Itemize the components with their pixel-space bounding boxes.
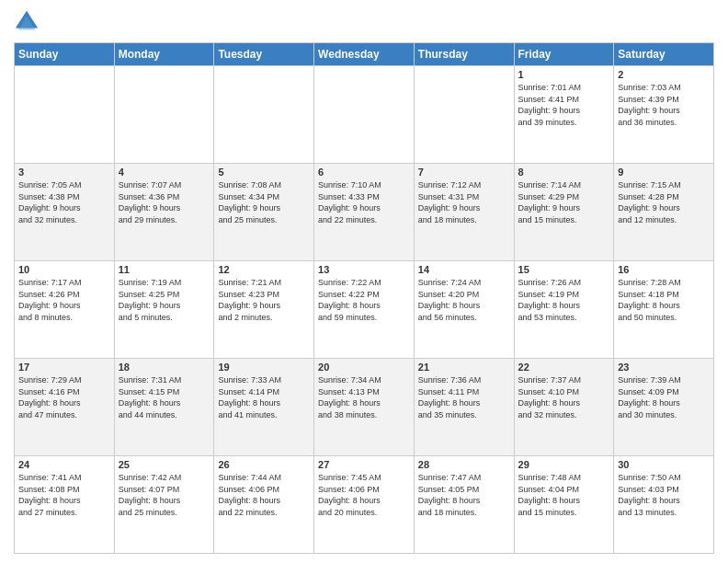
calendar-week-row: 24Sunrise: 7:41 AM Sunset: 4:08 PM Dayli…	[15, 456, 714, 554]
day-info: Sunrise: 7:47 AM Sunset: 4:05 PM Dayligh…	[418, 472, 510, 518]
day-header-wednesday: Wednesday	[314, 43, 415, 66]
day-number: 14	[418, 264, 510, 275]
day-info: Sunrise: 7:31 AM Sunset: 4:15 PM Dayligh…	[119, 374, 210, 420]
day-header-saturday: Saturday	[614, 43, 714, 66]
day-number: 26	[218, 459, 310, 470]
day-number: 6	[318, 167, 410, 178]
calendar-cell: 4Sunrise: 7:07 AM Sunset: 4:36 PM Daylig…	[114, 164, 214, 261]
logo	[14, 9, 43, 35]
day-info: Sunrise: 7:33 AM Sunset: 4:14 PM Dayligh…	[218, 374, 310, 420]
calendar-cell: 22Sunrise: 7:37 AM Sunset: 4:10 PM Dayli…	[514, 359, 614, 456]
day-info: Sunrise: 7:45 AM Sunset: 4:06 PM Dayligh…	[318, 472, 410, 518]
day-number: 24	[18, 459, 110, 470]
day-number: 28	[418, 459, 510, 470]
calendar-week-row: 10Sunrise: 7:17 AM Sunset: 4:26 PM Dayli…	[15, 261, 714, 359]
calendar-cell	[314, 66, 415, 164]
calendar-week-row: 17Sunrise: 7:29 AM Sunset: 4:16 PM Dayli…	[15, 359, 714, 456]
day-number: 25	[119, 459, 210, 470]
day-number: 1	[518, 69, 610, 80]
day-number: 23	[618, 362, 710, 373]
day-info: Sunrise: 7:34 AM Sunset: 4:13 PM Dayligh…	[318, 374, 410, 420]
calendar-cell: 21Sunrise: 7:36 AM Sunset: 4:11 PM Dayli…	[414, 359, 514, 456]
calendar-cell: 3Sunrise: 7:05 AM Sunset: 4:38 PM Daylig…	[15, 164, 115, 261]
calendar-cell: 26Sunrise: 7:44 AM Sunset: 4:06 PM Dayli…	[214, 456, 314, 554]
calendar-cell: 8Sunrise: 7:14 AM Sunset: 4:29 PM Daylig…	[514, 164, 614, 261]
calendar-cell: 11Sunrise: 7:19 AM Sunset: 4:25 PM Dayli…	[114, 261, 214, 359]
day-info: Sunrise: 7:21 AM Sunset: 4:23 PM Dayligh…	[218, 277, 310, 323]
calendar-cell: 23Sunrise: 7:39 AM Sunset: 4:09 PM Dayli…	[614, 359, 714, 456]
calendar-cell: 9Sunrise: 7:15 AM Sunset: 4:28 PM Daylig…	[614, 164, 714, 261]
day-number: 2	[618, 69, 710, 80]
day-info: Sunrise: 7:44 AM Sunset: 4:06 PM Dayligh…	[218, 472, 310, 518]
calendar-week-row: 3Sunrise: 7:05 AM Sunset: 4:38 PM Daylig…	[15, 164, 714, 261]
calendar-cell: 25Sunrise: 7:42 AM Sunset: 4:07 PM Dayli…	[114, 456, 214, 554]
calendar-cell: 27Sunrise: 7:45 AM Sunset: 4:06 PM Dayli…	[314, 456, 415, 554]
calendar-cell: 18Sunrise: 7:31 AM Sunset: 4:15 PM Dayli…	[114, 359, 214, 456]
day-number: 17	[18, 362, 110, 373]
day-info: Sunrise: 7:29 AM Sunset: 4:16 PM Dayligh…	[18, 374, 110, 420]
day-number: 13	[318, 264, 410, 275]
calendar-cell: 16Sunrise: 7:28 AM Sunset: 4:18 PM Dayli…	[614, 261, 714, 359]
day-header-friday: Friday	[514, 43, 614, 66]
calendar-cell: 15Sunrise: 7:26 AM Sunset: 4:19 PM Dayli…	[514, 261, 614, 359]
calendar-cell: 5Sunrise: 7:08 AM Sunset: 4:34 PM Daylig…	[214, 164, 314, 261]
calendar-cell: 6Sunrise: 7:10 AM Sunset: 4:33 PM Daylig…	[314, 164, 415, 261]
calendar-cell: 10Sunrise: 7:17 AM Sunset: 4:26 PM Dayli…	[15, 261, 115, 359]
day-number: 3	[18, 167, 110, 178]
day-info: Sunrise: 7:01 AM Sunset: 4:41 PM Dayligh…	[518, 82, 610, 128]
day-number: 19	[218, 362, 310, 373]
day-number: 22	[518, 362, 610, 373]
day-header-sunday: Sunday	[15, 43, 115, 66]
calendar-table: SundayMondayTuesdayWednesdayThursdayFrid…	[14, 42, 714, 554]
day-header-monday: Monday	[114, 43, 214, 66]
calendar-cell: 28Sunrise: 7:47 AM Sunset: 4:05 PM Dayli…	[414, 456, 514, 554]
day-info: Sunrise: 7:15 AM Sunset: 4:28 PM Dayligh…	[618, 179, 710, 225]
calendar-header-row: SundayMondayTuesdayWednesdayThursdayFrid…	[15, 43, 714, 66]
day-info: Sunrise: 7:22 AM Sunset: 4:22 PM Dayligh…	[318, 277, 410, 323]
day-header-tuesday: Tuesday	[214, 43, 314, 66]
calendar-cell: 7Sunrise: 7:12 AM Sunset: 4:31 PM Daylig…	[414, 164, 514, 261]
calendar-cell: 1Sunrise: 7:01 AM Sunset: 4:41 PM Daylig…	[514, 66, 614, 164]
day-info: Sunrise: 7:48 AM Sunset: 4:04 PM Dayligh…	[518, 472, 610, 518]
day-info: Sunrise: 7:36 AM Sunset: 4:11 PM Dayligh…	[418, 374, 510, 420]
day-number: 16	[618, 264, 710, 275]
day-info: Sunrise: 7:39 AM Sunset: 4:09 PM Dayligh…	[618, 374, 710, 420]
page: SundayMondayTuesdayWednesdayThursdayFrid…	[0, 0, 728, 563]
day-info: Sunrise: 7:37 AM Sunset: 4:10 PM Dayligh…	[518, 374, 610, 420]
day-info: Sunrise: 7:19 AM Sunset: 4:25 PM Dayligh…	[119, 277, 210, 323]
calendar-cell: 30Sunrise: 7:50 AM Sunset: 4:03 PM Dayli…	[614, 456, 714, 554]
day-number: 12	[218, 264, 310, 275]
day-number: 5	[218, 167, 310, 178]
day-info: Sunrise: 7:26 AM Sunset: 4:19 PM Dayligh…	[518, 277, 610, 323]
calendar-cell: 24Sunrise: 7:41 AM Sunset: 4:08 PM Dayli…	[15, 456, 115, 554]
day-number: 9	[618, 167, 710, 178]
day-info: Sunrise: 7:10 AM Sunset: 4:33 PM Dayligh…	[318, 179, 410, 225]
day-number: 18	[119, 362, 210, 373]
day-number: 11	[119, 264, 210, 275]
day-info: Sunrise: 7:12 AM Sunset: 4:31 PM Dayligh…	[418, 179, 510, 225]
day-number: 10	[18, 264, 110, 275]
calendar-cell: 13Sunrise: 7:22 AM Sunset: 4:22 PM Dayli…	[314, 261, 415, 359]
day-info: Sunrise: 7:07 AM Sunset: 4:36 PM Dayligh…	[119, 179, 210, 225]
day-info: Sunrise: 7:03 AM Sunset: 4:39 PM Dayligh…	[618, 82, 710, 128]
day-number: 8	[518, 167, 610, 178]
calendar-cell	[214, 66, 314, 164]
day-number: 30	[618, 459, 710, 470]
day-number: 7	[418, 167, 510, 178]
day-number: 15	[518, 264, 610, 275]
calendar-week-row: 1Sunrise: 7:01 AM Sunset: 4:41 PM Daylig…	[15, 66, 714, 164]
day-info: Sunrise: 7:05 AM Sunset: 4:38 PM Dayligh…	[18, 179, 110, 225]
day-info: Sunrise: 7:24 AM Sunset: 4:20 PM Dayligh…	[418, 277, 510, 323]
day-info: Sunrise: 7:50 AM Sunset: 4:03 PM Dayligh…	[618, 472, 710, 518]
calendar-cell: 12Sunrise: 7:21 AM Sunset: 4:23 PM Dayli…	[214, 261, 314, 359]
calendar-cell: 17Sunrise: 7:29 AM Sunset: 4:16 PM Dayli…	[15, 359, 115, 456]
calendar-cell: 19Sunrise: 7:33 AM Sunset: 4:14 PM Dayli…	[214, 359, 314, 456]
calendar-cell: 2Sunrise: 7:03 AM Sunset: 4:39 PM Daylig…	[614, 66, 714, 164]
day-info: Sunrise: 7:28 AM Sunset: 4:18 PM Dayligh…	[618, 277, 710, 323]
day-info: Sunrise: 7:17 AM Sunset: 4:26 PM Dayligh…	[18, 277, 110, 323]
day-info: Sunrise: 7:14 AM Sunset: 4:29 PM Dayligh…	[518, 179, 610, 225]
day-number: 20	[318, 362, 410, 373]
day-number: 27	[318, 459, 410, 470]
calendar-cell	[15, 66, 115, 164]
calendar-cell: 29Sunrise: 7:48 AM Sunset: 4:04 PM Dayli…	[514, 456, 614, 554]
